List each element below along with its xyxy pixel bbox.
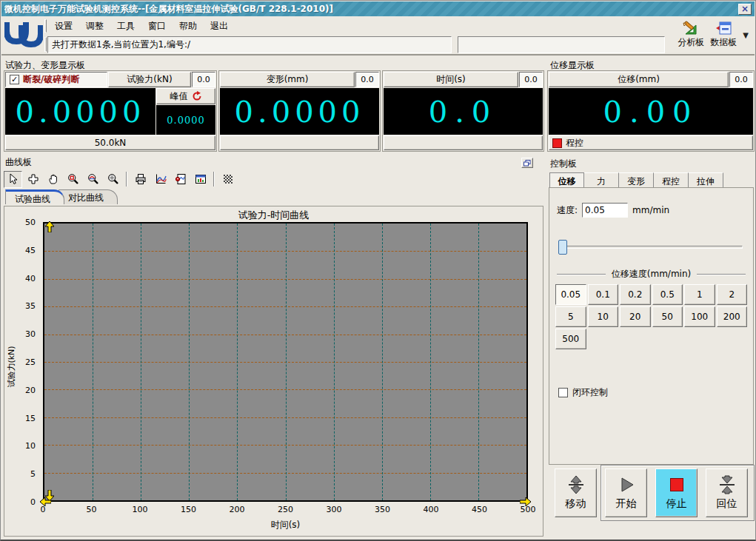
x-axis-label: 时间(s) <box>43 519 528 531</box>
y-tick-20: 20 <box>25 386 36 395</box>
zoom-area-tool[interactable] <box>64 171 82 188</box>
curve-panel-title: 曲线板 <box>2 155 33 170</box>
data-board-label: 数据板 <box>710 36 737 49</box>
time-footer <box>384 135 543 150</box>
speed-preset-0.05[interactable]: 0.05 <box>555 284 586 305</box>
start-label: 开始 <box>616 497 637 511</box>
break-detect-option[interactable]: ✓ 断裂/破碎判断 <box>5 72 107 87</box>
peak-lcd-value: 0.0000 <box>156 105 215 135</box>
y-tick-35: 35 <box>25 301 36 311</box>
force-header-button[interactable]: 试验力(kN) <box>108 72 191 87</box>
x-axis-ticks: 050100150200250300350400450500 <box>43 505 528 515</box>
break-detect-checkbox[interactable]: ✓ <box>10 75 19 84</box>
move-icon <box>566 475 586 494</box>
slider-thumb[interactable] <box>558 240 567 255</box>
speed-preset-10[interactable]: 10 <box>588 306 619 327</box>
data-board-icon <box>715 21 732 36</box>
slider-track[interactable] <box>558 246 743 249</box>
print-button[interactable] <box>131 171 150 188</box>
data-window-button[interactable] <box>191 171 210 188</box>
gridline-v-350 <box>382 224 383 500</box>
start-button[interactable]: 开始 <box>605 468 647 517</box>
report-button[interactable] <box>171 171 190 188</box>
home-icon <box>717 475 737 494</box>
toolbar-separator <box>213 172 215 187</box>
speed-preset-2[interactable]: 2 <box>717 284 748 305</box>
speed-input[interactable]: 0.05 <box>582 203 628 218</box>
speed-preset-500[interactable]: 500 <box>555 329 586 349</box>
stop-button[interactable]: 停止 <box>655 468 698 517</box>
displacement-header-button[interactable]: 位移(mm) <box>549 72 729 87</box>
gridline-v-150 <box>189 224 190 500</box>
crosshair-tool[interactable] <box>24 171 42 188</box>
y-tick-0: 0 <box>30 497 36 507</box>
force-aux-value: 0.0 <box>192 72 215 87</box>
x-tick-100: 100 <box>133 505 148 514</box>
menu-item-1[interactable]: 调整 <box>80 19 110 34</box>
displacement-lcd-value: 0.00 <box>549 88 753 135</box>
analysis-board-button[interactable]: 分析板 <box>678 21 704 49</box>
home-button[interactable]: 回位 <box>706 468 748 517</box>
restore-panel-button[interactable] <box>521 158 533 168</box>
speed-preset-0.1[interactable]: 0.1 <box>588 284 619 305</box>
closed-loop-checkbox[interactable] <box>558 388 568 397</box>
speed-preset-50[interactable]: 50 <box>652 306 683 327</box>
zoom-out-tool[interactable] <box>104 171 122 188</box>
toolbar-overflow-arrow-icon[interactable]: ▼ <box>743 31 749 39</box>
displacement-aux-value: 0.0 <box>729 72 753 87</box>
closed-loop-option[interactable]: 闭环控制 <box>558 386 608 399</box>
speed-preset-5[interactable]: 5 <box>555 306 586 327</box>
speed-preset-100[interactable]: 100 <box>684 306 715 327</box>
menu-item-0[interactable]: 设置 <box>49 19 78 34</box>
gridline-v-50 <box>93 224 93 500</box>
speed-preset-20[interactable]: 20 <box>620 306 651 327</box>
deform-header-button[interactable]: 变形(mm) <box>220 72 355 87</box>
peak-reset-button[interactable]: 峰值 <box>156 88 215 104</box>
data-board-button[interactable]: 数据板 <box>710 21 737 49</box>
closed-loop-label: 闭环控制 <box>572 386 608 399</box>
toolbar-grip <box>44 37 47 52</box>
curve-tab-0[interactable]: 试验曲线 <box>5 189 64 204</box>
curve-toolbar <box>2 169 545 189</box>
speed-group-title: 位移速度(mm/min) <box>612 268 691 280</box>
menu-item-5[interactable]: 退出 <box>204 19 234 34</box>
speed-preset-0.2[interactable]: 0.2 <box>620 284 651 305</box>
axis-top-handle-icon[interactable] <box>45 221 54 232</box>
curve-tab-1[interactable]: 对比曲线 <box>58 189 118 204</box>
top-bars: 设置调整工具窗口帮助退出 共打开数据1条,当前位置为1,编号:/ 分析板 <box>1 16 755 56</box>
curve-tab-strip: 试验曲线对比曲线 <box>2 189 545 204</box>
curve-options-button[interactable] <box>151 171 170 188</box>
pan-tool[interactable] <box>44 171 62 188</box>
texture-button[interactable] <box>218 171 237 188</box>
app-window: 微机控制电子万能试验机测控系统--[金属材料室温拉伸试验(GB/T 228.1-… <box>0 0 756 541</box>
speed-preset-200[interactable]: 200 <box>717 306 748 327</box>
plot-area[interactable] <box>43 222 528 502</box>
cursor-tool[interactable] <box>4 171 22 188</box>
x-tick-350: 350 <box>375 505 390 514</box>
zoom-curve-tool[interactable] <box>84 171 102 188</box>
start-icon <box>617 475 636 494</box>
y-tick-10: 10 <box>25 441 36 451</box>
x-tick-500: 500 <box>521 505 536 514</box>
menu-item-4[interactable]: 帮助 <box>173 19 203 34</box>
y-tick-40: 40 <box>25 274 36 283</box>
menu-item-2[interactable]: 工具 <box>111 19 141 34</box>
y-tick-50: 50 <box>25 218 36 227</box>
time-header-button[interactable]: 时间(s) <box>384 72 518 87</box>
speed-slider[interactable] <box>558 240 743 255</box>
secondary-field <box>458 36 665 53</box>
menu-item-3[interactable]: 窗口 <box>142 19 172 34</box>
action-buttons: 移动 开始 停止 回位 <box>549 465 754 522</box>
y-tick-45: 45 <box>25 246 36 255</box>
control-panel: 控制板 位移力变形程控拉伸 速度: 0.05 mm/min 位移速度(mm/mi… <box>547 157 755 539</box>
gridline-v-450 <box>478 224 479 500</box>
home-label: 回位 <box>717 497 737 511</box>
speed-preset-1[interactable]: 1 <box>684 284 715 305</box>
x-tick-50: 50 <box>87 505 97 514</box>
x-tick-0: 0 <box>41 505 46 514</box>
speed-preset-0.5[interactable]: 0.5 <box>652 284 683 305</box>
move-button[interactable]: 移动 <box>555 468 597 517</box>
close-button[interactable]: × <box>738 4 752 15</box>
toolbar-grip <box>44 19 47 33</box>
y-tick-25: 25 <box>25 357 36 367</box>
